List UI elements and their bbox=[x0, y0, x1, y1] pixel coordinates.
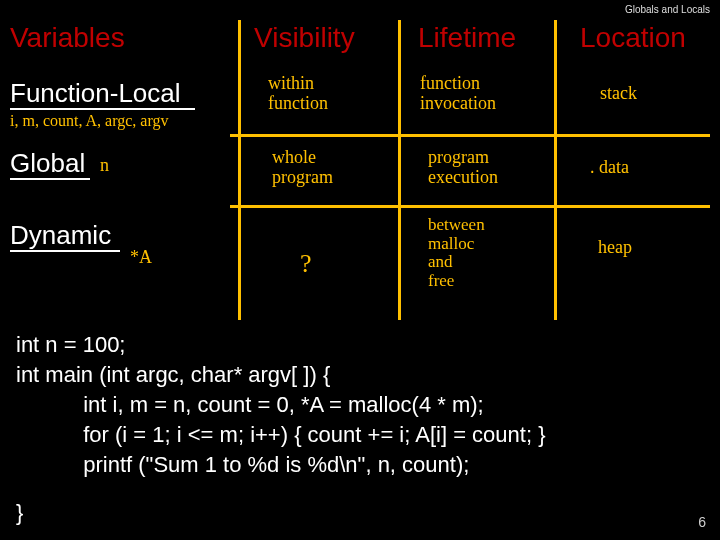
hand-fl-vars: i, m, count, A, argc, argv bbox=[10, 112, 169, 130]
code-l3: int i, m = n, count = 0, *A = malloc(4 *… bbox=[16, 390, 484, 420]
code-l5: printf ("Sum 1 to %d is %d\n", n, count)… bbox=[16, 450, 469, 480]
underline-fl bbox=[10, 108, 195, 110]
col-variables: Variables bbox=[10, 24, 125, 52]
hand-fl-visibility: within function bbox=[268, 74, 328, 114]
grid-h1 bbox=[230, 134, 710, 137]
underline-dynamic bbox=[10, 250, 120, 252]
hand-d-visibility: ? bbox=[300, 250, 312, 279]
col-visibility: Visibility bbox=[254, 24, 355, 52]
hand-g-visibility: whole program bbox=[272, 148, 333, 188]
hand-d-lifetime: between malloc and free bbox=[428, 216, 485, 291]
code-l1: int n = 100; bbox=[16, 330, 125, 360]
col-lifetime: Lifetime bbox=[418, 24, 516, 52]
row-global: Global bbox=[10, 150, 85, 176]
hand-d-vars: *A bbox=[130, 248, 152, 268]
code-l4: for (i = 1; i <= m; i++) { count += i; A… bbox=[16, 420, 546, 450]
hand-d-location: heap bbox=[598, 238, 632, 258]
row-dynamic: Dynamic bbox=[10, 222, 111, 248]
code-l2: int main (int argc, char* argv[ ]) { bbox=[16, 360, 330, 390]
topic-label: Globals and Locals bbox=[625, 4, 710, 15]
grid-v2 bbox=[398, 20, 401, 320]
col-location: Location bbox=[580, 24, 686, 52]
hand-fl-lifetime: function invocation bbox=[420, 74, 496, 114]
hand-fl-location: stack bbox=[600, 84, 637, 104]
grid-v1 bbox=[238, 20, 241, 320]
grid-v3 bbox=[554, 20, 557, 320]
hand-g-lifetime: program execution bbox=[428, 148, 498, 188]
code-l6: } bbox=[16, 498, 23, 528]
row-function-local: Function-Local bbox=[10, 80, 181, 106]
underline-global bbox=[10, 178, 90, 180]
hand-g-location: . data bbox=[590, 158, 629, 178]
hand-g-vars: n bbox=[100, 156, 109, 176]
slide-number: 6 bbox=[698, 514, 706, 530]
grid-h2 bbox=[230, 205, 710, 208]
slide: Globals and Locals Variables Visibility … bbox=[0, 0, 720, 540]
